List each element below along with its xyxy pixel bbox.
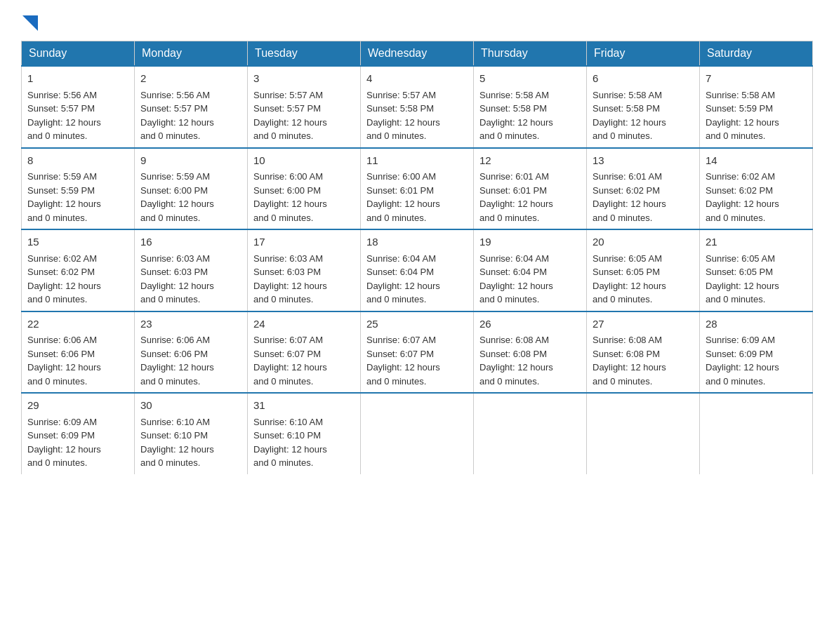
cell-info: Sunrise: 6:00 AMSunset: 6:01 PMDaylight:… bbox=[366, 171, 440, 223]
cell-info: Sunrise: 6:05 AMSunset: 6:05 PMDaylight:… bbox=[706, 253, 779, 305]
svg-marker-0 bbox=[22, 15, 38, 31]
day-number: 27 bbox=[593, 316, 694, 333]
calendar-cell bbox=[700, 393, 813, 474]
calendar-cell bbox=[361, 393, 474, 474]
cell-info: Sunrise: 6:08 AMSunset: 6:08 PMDaylight:… bbox=[479, 335, 553, 387]
day-number: 17 bbox=[253, 234, 355, 250]
calendar-cell: 9Sunrise: 5:59 AMSunset: 6:00 PMDaylight… bbox=[135, 148, 248, 230]
day-number: 3 bbox=[253, 71, 355, 87]
calendar-cell: 1Sunrise: 5:56 AMSunset: 5:57 PMDaylight… bbox=[22, 66, 135, 148]
calendar-cell: 7Sunrise: 5:58 AMSunset: 5:59 PMDaylight… bbox=[700, 66, 813, 148]
calendar-cell: 10Sunrise: 6:00 AMSunset: 6:00 PMDayligh… bbox=[248, 148, 361, 230]
calendar-cell: 31Sunrise: 6:10 AMSunset: 6:10 PMDayligh… bbox=[248, 393, 361, 474]
cell-info: Sunrise: 5:58 AMSunset: 5:59 PMDaylight:… bbox=[706, 90, 779, 142]
column-header-wednesday: Wednesday bbox=[361, 41, 474, 67]
day-number: 1 bbox=[27, 71, 128, 87]
cell-info: Sunrise: 6:10 AMSunset: 6:10 PMDaylight:… bbox=[253, 417, 327, 469]
calendar-cell: 20Sunrise: 6:05 AMSunset: 6:05 PMDayligh… bbox=[587, 229, 700, 311]
day-number: 24 bbox=[253, 316, 355, 333]
column-header-saturday: Saturday bbox=[700, 41, 813, 67]
cell-info: Sunrise: 5:58 AMSunset: 5:58 PMDaylight:… bbox=[479, 90, 553, 142]
cell-info: Sunrise: 5:56 AMSunset: 5:57 PMDaylight:… bbox=[27, 90, 101, 142]
cell-info: Sunrise: 6:09 AMSunset: 6:09 PMDaylight:… bbox=[27, 417, 101, 469]
calendar-cell: 25Sunrise: 6:07 AMSunset: 6:07 PMDayligh… bbox=[361, 311, 474, 394]
calendar-cell: 5Sunrise: 5:58 AMSunset: 5:58 PMDaylight… bbox=[474, 66, 587, 148]
calendar-cell: 18Sunrise: 6:04 AMSunset: 6:04 PMDayligh… bbox=[361, 229, 474, 311]
calendar-cell: 4Sunrise: 5:57 AMSunset: 5:58 PMDaylight… bbox=[361, 66, 474, 148]
calendar-week-row: 8Sunrise: 5:59 AMSunset: 5:59 PMDaylight… bbox=[22, 148, 813, 230]
cell-info: Sunrise: 6:07 AMSunset: 6:07 PMDaylight:… bbox=[253, 335, 327, 387]
logo bbox=[21, 14, 38, 34]
day-number: 19 bbox=[479, 234, 581, 250]
day-number: 26 bbox=[479, 316, 581, 333]
cell-info: Sunrise: 6:01 AMSunset: 6:01 PMDaylight:… bbox=[479, 171, 553, 223]
calendar-cell: 12Sunrise: 6:01 AMSunset: 6:01 PMDayligh… bbox=[474, 148, 587, 230]
cell-info: Sunrise: 6:06 AMSunset: 6:06 PMDaylight:… bbox=[140, 335, 214, 387]
cell-info: Sunrise: 5:59 AMSunset: 6:00 PMDaylight:… bbox=[140, 171, 214, 223]
page-header bbox=[21, 14, 813, 34]
calendar-cell: 24Sunrise: 6:07 AMSunset: 6:07 PMDayligh… bbox=[248, 311, 361, 394]
cell-info: Sunrise: 6:00 AMSunset: 6:00 PMDaylight:… bbox=[253, 171, 327, 223]
cell-info: Sunrise: 6:06 AMSunset: 6:06 PMDaylight:… bbox=[27, 335, 101, 387]
column-header-thursday: Thursday bbox=[474, 41, 587, 67]
column-header-tuesday: Tuesday bbox=[248, 41, 361, 67]
calendar-cell bbox=[474, 393, 587, 474]
day-number: 15 bbox=[27, 234, 128, 250]
cell-info: Sunrise: 6:09 AMSunset: 6:09 PMDaylight:… bbox=[706, 335, 779, 387]
column-header-monday: Monday bbox=[135, 41, 248, 67]
cell-info: Sunrise: 6:05 AMSunset: 6:05 PMDaylight:… bbox=[593, 253, 666, 305]
cell-info: Sunrise: 5:56 AMSunset: 5:57 PMDaylight:… bbox=[140, 90, 214, 142]
day-number: 18 bbox=[366, 234, 468, 250]
cell-info: Sunrise: 5:59 AMSunset: 5:59 PMDaylight:… bbox=[27, 171, 101, 223]
day-number: 9 bbox=[140, 153, 241, 169]
day-number: 23 bbox=[140, 316, 241, 333]
calendar-cell: 15Sunrise: 6:02 AMSunset: 6:02 PMDayligh… bbox=[22, 229, 135, 311]
column-header-sunday: Sunday bbox=[22, 41, 135, 67]
day-number: 28 bbox=[706, 316, 807, 333]
calendar-table: SundayMondayTuesdayWednesdayThursdayFrid… bbox=[21, 41, 813, 474]
calendar-week-row: 1Sunrise: 5:56 AMSunset: 5:57 PMDaylight… bbox=[22, 66, 813, 148]
calendar-cell: 17Sunrise: 6:03 AMSunset: 6:03 PMDayligh… bbox=[248, 229, 361, 311]
calendar-cell: 13Sunrise: 6:01 AMSunset: 6:02 PMDayligh… bbox=[587, 148, 700, 230]
logo-triangle-icon bbox=[22, 15, 38, 31]
day-number: 4 bbox=[366, 71, 468, 87]
calendar-cell: 8Sunrise: 5:59 AMSunset: 5:59 PMDaylight… bbox=[22, 148, 135, 230]
calendar-cell: 26Sunrise: 6:08 AMSunset: 6:08 PMDayligh… bbox=[474, 311, 587, 394]
day-number: 6 bbox=[593, 71, 694, 87]
calendar-header-row: SundayMondayTuesdayWednesdayThursdayFrid… bbox=[22, 41, 813, 67]
cell-info: Sunrise: 5:57 AMSunset: 5:57 PMDaylight:… bbox=[253, 90, 327, 142]
cell-info: Sunrise: 6:04 AMSunset: 6:04 PMDaylight:… bbox=[479, 253, 553, 305]
cell-info: Sunrise: 6:10 AMSunset: 6:10 PMDaylight:… bbox=[140, 417, 214, 469]
calendar-week-row: 15Sunrise: 6:02 AMSunset: 6:02 PMDayligh… bbox=[22, 229, 813, 311]
calendar-week-row: 22Sunrise: 6:06 AMSunset: 6:06 PMDayligh… bbox=[22, 311, 813, 394]
day-number: 14 bbox=[706, 153, 807, 169]
day-number: 22 bbox=[27, 316, 128, 333]
day-number: 20 bbox=[593, 234, 694, 250]
day-number: 12 bbox=[479, 153, 581, 169]
day-number: 8 bbox=[27, 153, 128, 169]
cell-info: Sunrise: 6:01 AMSunset: 6:02 PMDaylight:… bbox=[593, 171, 666, 223]
calendar-cell: 2Sunrise: 5:56 AMSunset: 5:57 PMDaylight… bbox=[135, 66, 248, 148]
day-number: 11 bbox=[366, 153, 468, 169]
day-number: 2 bbox=[140, 71, 241, 87]
cell-info: Sunrise: 6:02 AMSunset: 6:02 PMDaylight:… bbox=[706, 171, 779, 223]
calendar-cell: 16Sunrise: 6:03 AMSunset: 6:03 PMDayligh… bbox=[135, 229, 248, 311]
day-number: 21 bbox=[706, 234, 807, 250]
calendar-cell: 21Sunrise: 6:05 AMSunset: 6:05 PMDayligh… bbox=[700, 229, 813, 311]
day-number: 30 bbox=[140, 398, 241, 414]
calendar-cell: 28Sunrise: 6:09 AMSunset: 6:09 PMDayligh… bbox=[700, 311, 813, 394]
day-number: 5 bbox=[479, 71, 581, 87]
cell-info: Sunrise: 6:02 AMSunset: 6:02 PMDaylight:… bbox=[27, 253, 101, 305]
calendar-cell: 23Sunrise: 6:06 AMSunset: 6:06 PMDayligh… bbox=[135, 311, 248, 394]
day-number: 29 bbox=[27, 398, 128, 414]
calendar-cell: 29Sunrise: 6:09 AMSunset: 6:09 PMDayligh… bbox=[22, 393, 135, 474]
calendar-cell: 30Sunrise: 6:10 AMSunset: 6:10 PMDayligh… bbox=[135, 393, 248, 474]
cell-info: Sunrise: 6:04 AMSunset: 6:04 PMDaylight:… bbox=[366, 253, 440, 305]
calendar-cell: 19Sunrise: 6:04 AMSunset: 6:04 PMDayligh… bbox=[474, 229, 587, 311]
calendar-cell: 22Sunrise: 6:06 AMSunset: 6:06 PMDayligh… bbox=[22, 311, 135, 394]
day-number: 13 bbox=[593, 153, 694, 169]
day-number: 7 bbox=[706, 71, 807, 87]
calendar-week-row: 29Sunrise: 6:09 AMSunset: 6:09 PMDayligh… bbox=[22, 393, 813, 474]
cell-info: Sunrise: 5:57 AMSunset: 5:58 PMDaylight:… bbox=[366, 90, 440, 142]
day-number: 10 bbox=[253, 153, 355, 169]
